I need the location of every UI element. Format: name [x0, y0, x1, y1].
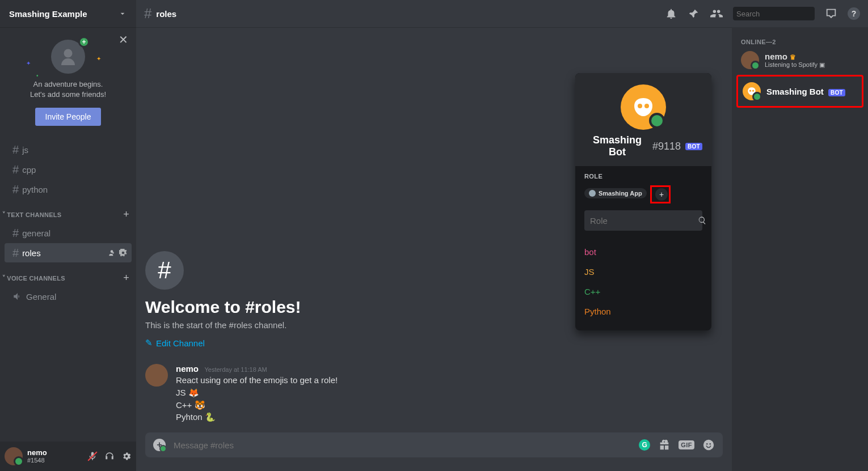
- self-user[interactable]: nemo #1548: [27, 449, 47, 464]
- close-icon[interactable]: ✕: [119, 34, 128, 45]
- user-area: nemo #1548: [0, 442, 136, 471]
- invite-text-2: Let's add some friends!: [9, 90, 127, 100]
- server-name: Smashing Example: [9, 9, 118, 19]
- invite-people-button[interactable]: Invite People: [35, 108, 102, 126]
- voice-channels-header[interactable]: ˅ VOICE CHANNELS +: [0, 263, 136, 286]
- hash-icon: #: [144, 6, 151, 22]
- popout-avatar[interactable]: [621, 84, 666, 130]
- svg-point-2: [706, 443, 708, 445]
- search-box[interactable]: [733, 7, 815, 20]
- emoji-icon[interactable]: [702, 439, 715, 451]
- invite-text-1: An adventure begins.: [9, 79, 127, 90]
- channel-title: roles: [156, 9, 176, 19]
- svg-point-7: [644, 104, 649, 108]
- gif-button[interactable]: GIF: [679, 440, 694, 449]
- self-username: nemo: [27, 449, 47, 457]
- inbox-icon[interactable]: [825, 7, 837, 20]
- help-icon[interactable]: ?: [848, 7, 860, 20]
- channel-cpp[interactable]: #cpp: [5, 160, 132, 179]
- self-discriminator: #1548: [27, 457, 47, 464]
- user-profile-popout: Smashing Bot#9118 BOT ROLE Smashing App …: [575, 73, 711, 330]
- role-section-label: ROLE: [584, 173, 702, 180]
- headphones-icon[interactable]: [104, 451, 115, 461]
- svg-point-4: [749, 90, 751, 92]
- svg-point-1: [703, 440, 714, 450]
- composer-input[interactable]: [174, 440, 631, 450]
- members-list: ONLINE—2 nemo♛ Listening to Spotify ▣ Sm…: [732, 27, 868, 471]
- attach-icon[interactable]: +: [153, 439, 166, 451]
- voice-general[interactable]: General: [5, 287, 132, 306]
- gift-icon[interactable]: [658, 439, 671, 451]
- self-avatar[interactable]: [5, 447, 23, 465]
- channel-list: #js #cpp #python ˅ TEXT CHANNELS + #gene…: [0, 135, 136, 442]
- text-channels-header[interactable]: ˅ TEXT CHANNELS +: [0, 200, 136, 223]
- mute-icon[interactable]: [87, 451, 98, 461]
- add-role-button[interactable]: +: [655, 188, 668, 201]
- pencil-icon: ✎: [145, 338, 153, 348]
- avatar: [741, 51, 759, 69]
- members-icon[interactable]: [710, 7, 723, 20]
- message-avatar[interactable]: [145, 364, 168, 387]
- chevron-down-icon: [118, 9, 127, 18]
- role-option-js[interactable]: JS: [584, 262, 702, 282]
- bot-badge: BOT: [685, 143, 702, 150]
- message-author[interactable]: nemo: [176, 364, 199, 374]
- gear-icon[interactable]: [119, 249, 127, 257]
- popout-username[interactable]: Smashing Bot#9118 BOT: [584, 134, 702, 158]
- role-search[interactable]: [584, 210, 702, 231]
- create-invite-icon[interactable]: [108, 249, 116, 257]
- add-voice-channel-icon[interactable]: +: [123, 272, 129, 284]
- pin-icon[interactable]: [688, 7, 700, 20]
- crown-icon: ♛: [790, 53, 796, 61]
- speaker-icon: [12, 291, 23, 302]
- spotify-icon: ▣: [819, 61, 825, 68]
- channel-top-bar: # roles ?: [136, 0, 868, 27]
- message: nemo Yesterday at 11:18 AM React using o…: [145, 364, 723, 423]
- settings-gear-icon[interactable]: [121, 451, 132, 461]
- search-input[interactable]: [736, 10, 832, 18]
- bell-icon[interactable]: [665, 7, 677, 20]
- invite-panel: ✕ ✦ • ✦ + An adventure begins. Let's add…: [0, 27, 136, 135]
- search-icon: [698, 216, 707, 225]
- channel-python[interactable]: #python: [5, 180, 132, 199]
- role-option-cpp[interactable]: C++: [584, 282, 702, 302]
- message-body: React using one of the emojis to get a r…: [176, 374, 338, 423]
- welcome-hash-icon: #: [145, 251, 184, 290]
- grammarly-icon[interactable]: G: [639, 439, 650, 451]
- invite-avatar-icon: +: [51, 40, 85, 74]
- popout-header: Smashing Bot#9118 BOT: [575, 73, 711, 166]
- role-chip-smashing-app[interactable]: Smashing App: [584, 188, 647, 198]
- bot-badge: BOT: [828, 89, 845, 96]
- svg-point-3: [709, 443, 711, 445]
- add-role-highlight: +: [650, 185, 671, 203]
- edit-channel-link[interactable]: ✎ Edit Channel: [145, 338, 723, 348]
- channel-general[interactable]: #general: [5, 223, 132, 243]
- server-header[interactable]: Smashing Example: [0, 0, 136, 27]
- svg-point-5: [752, 90, 754, 92]
- main-area: # roles ? # Welcome to #roles! This is t…: [136, 0, 868, 471]
- members-online-header: ONLINE—2: [736, 39, 863, 49]
- message-timestamp: Yesterday at 11:18 AM: [204, 366, 267, 373]
- add-text-channel-icon[interactable]: +: [123, 209, 129, 220]
- member-nemo[interactable]: nemo♛ Listening to Spotify ▣: [736, 49, 863, 71]
- role-option-bot[interactable]: bot: [584, 242, 702, 262]
- member-smashing-bot[interactable]: Smashing Bot BOT: [736, 75, 863, 108]
- message-composer[interactable]: + G GIF: [145, 432, 723, 457]
- role-search-input[interactable]: [590, 216, 698, 226]
- svg-point-0: [64, 49, 73, 58]
- channel-roles[interactable]: #roles: [5, 243, 132, 262]
- role-options-list: bot JS C++ Python: [575, 237, 711, 330]
- channel-sidebar: Smashing Example ✕ ✦ • ✦ + An adventure …: [0, 0, 136, 471]
- role-option-python[interactable]: Python: [584, 302, 702, 321]
- avatar: [743, 82, 761, 100]
- channel-js[interactable]: #js: [5, 140, 132, 159]
- svg-point-6: [638, 104, 642, 108]
- role-color-dot: [589, 190, 596, 197]
